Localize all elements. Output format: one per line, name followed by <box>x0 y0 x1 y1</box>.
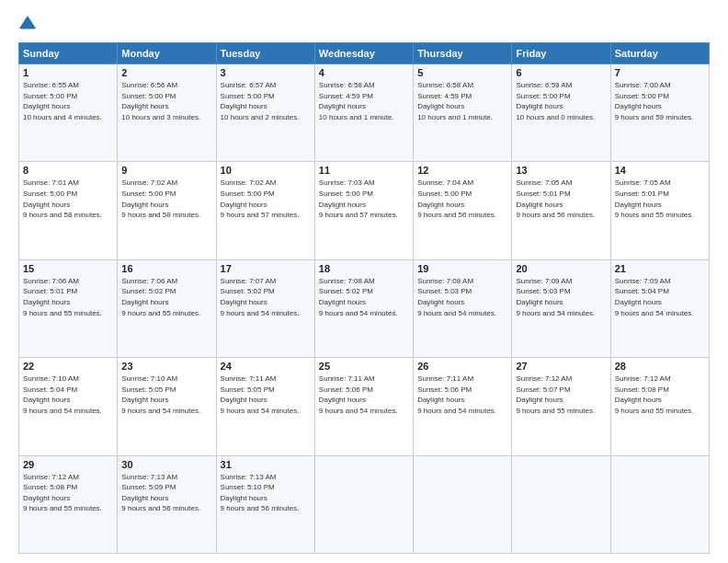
day-cell: 21 Sunrise: 7:09 AMSunset: 5:04 PMDaylig… <box>610 259 709 357</box>
weekday-header-friday: Friday <box>512 43 610 64</box>
day-number: 27 <box>516 361 606 372</box>
day-info: Sunrise: 6:58 AMSunset: 4:59 PMDaylight … <box>417 81 493 121</box>
logo <box>18 15 40 33</box>
day-cell: 30 Sunrise: 7:13 AMSunset: 5:09 PMDaylig… <box>118 455 216 553</box>
day-info: Sunrise: 7:11 AMSunset: 5:05 PMDaylight … <box>221 374 300 415</box>
day-number: 5 <box>417 67 507 78</box>
week-row-5: 29 Sunrise: 7:12 AMSunset: 5:08 PMDaylig… <box>19 455 710 553</box>
day-number: 1 <box>23 67 113 78</box>
day-info: Sunrise: 6:59 AMSunset: 5:00 PMDaylight … <box>516 81 595 121</box>
day-cell: 25 Sunrise: 7:11 AMSunset: 5:06 PMDaylig… <box>314 358 413 455</box>
day-number: 28 <box>615 361 705 372</box>
day-cell <box>610 455 709 553</box>
day-cell: 18 Sunrise: 7:08 AMSunset: 5:02 PMDaylig… <box>314 259 413 357</box>
day-cell: 3 Sunrise: 6:57 AMSunset: 5:00 PMDayligh… <box>216 64 314 162</box>
day-number: 4 <box>319 67 409 78</box>
day-info: Sunrise: 7:09 AMSunset: 5:04 PMDaylight … <box>615 277 694 317</box>
weekday-header-saturday: Saturday <box>610 43 709 64</box>
day-number: 11 <box>319 165 409 176</box>
weekday-header-sunday: Sunday <box>19 43 118 64</box>
day-number: 19 <box>417 263 507 274</box>
week-row-3: 15 Sunrise: 7:06 AMSunset: 5:01 PMDaylig… <box>19 259 710 357</box>
day-info: Sunrise: 7:06 AMSunset: 5:01 PMDaylight … <box>23 277 102 317</box>
day-info: Sunrise: 7:02 AMSunset: 5:00 PMDaylight … <box>221 178 300 219</box>
day-info: Sunrise: 7:02 AMSunset: 5:00 PMDaylight … <box>121 178 200 219</box>
day-cell: 29 Sunrise: 7:12 AMSunset: 5:08 PMDaylig… <box>19 455 118 553</box>
day-cell: 17 Sunrise: 7:07 AMSunset: 5:02 PMDaylig… <box>216 259 314 357</box>
day-number: 26 <box>417 361 507 372</box>
day-cell: 8 Sunrise: 7:01 AMSunset: 5:00 PMDayligh… <box>19 162 118 259</box>
day-number: 9 <box>121 165 211 176</box>
day-info: Sunrise: 7:05 AMSunset: 5:01 PMDaylight … <box>615 178 694 219</box>
day-cell <box>414 455 512 553</box>
day-number: 24 <box>221 361 311 372</box>
page: SundayMondayTuesdayWednesdayThursdayFrid… <box>0 0 728 563</box>
day-number: 20 <box>516 263 606 274</box>
day-number: 16 <box>121 263 211 274</box>
day-number: 21 <box>615 263 705 274</box>
logo-icon <box>18 15 37 33</box>
day-info: Sunrise: 7:05 AMSunset: 5:01 PMDaylight … <box>516 178 595 219</box>
day-number: 31 <box>221 459 311 470</box>
day-info: Sunrise: 7:04 AMSunset: 5:00 PMDaylight … <box>417 178 496 219</box>
day-info: Sunrise: 7:12 AMSunset: 5:07 PMDaylight … <box>516 374 595 415</box>
day-number: 6 <box>516 67 606 78</box>
day-number: 17 <box>221 263 311 274</box>
day-cell: 6 Sunrise: 6:59 AMSunset: 5:00 PMDayligh… <box>512 64 610 162</box>
day-number: 12 <box>417 165 507 176</box>
day-cell: 28 Sunrise: 7:12 AMSunset: 5:08 PMDaylig… <box>610 358 709 455</box>
day-cell: 31 Sunrise: 7:13 AMSunset: 5:10 PMDaylig… <box>216 455 314 553</box>
day-cell: 13 Sunrise: 7:05 AMSunset: 5:01 PMDaylig… <box>512 162 610 259</box>
day-info: Sunrise: 7:07 AMSunset: 5:02 PMDaylight … <box>221 277 300 317</box>
day-info: Sunrise: 7:12 AMSunset: 5:08 PMDaylight … <box>23 473 102 513</box>
day-info: Sunrise: 7:08 AMSunset: 5:02 PMDaylight … <box>319 277 398 317</box>
day-info: Sunrise: 7:11 AMSunset: 5:06 PMDaylight … <box>417 374 496 415</box>
day-info: Sunrise: 6:57 AMSunset: 5:00 PMDaylight … <box>221 81 300 121</box>
day-cell: 7 Sunrise: 7:00 AMSunset: 5:00 PMDayligh… <box>610 64 709 162</box>
day-info: Sunrise: 7:12 AMSunset: 5:08 PMDaylight … <box>615 374 694 415</box>
day-number: 29 <box>23 459 113 470</box>
day-cell <box>314 455 413 553</box>
day-cell <box>512 455 610 553</box>
day-info: Sunrise: 7:09 AMSunset: 5:03 PMDaylight … <box>516 277 595 317</box>
week-row-2: 8 Sunrise: 7:01 AMSunset: 5:00 PMDayligh… <box>19 162 710 259</box>
day-info: Sunrise: 7:08 AMSunset: 5:03 PMDaylight … <box>417 277 496 317</box>
day-info: Sunrise: 6:56 AMSunset: 5:00 PMDaylight … <box>121 81 200 121</box>
week-row-1: 1 Sunrise: 6:55 AMSunset: 5:00 PMDayligh… <box>19 64 710 162</box>
day-info: Sunrise: 7:03 AMSunset: 5:00 PMDaylight … <box>319 178 398 219</box>
day-cell: 5 Sunrise: 6:58 AMSunset: 4:59 PMDayligh… <box>414 64 512 162</box>
day-cell: 23 Sunrise: 7:10 AMSunset: 5:05 PMDaylig… <box>118 358 216 455</box>
day-cell: 16 Sunrise: 7:06 AMSunset: 5:02 PMDaylig… <box>118 259 216 357</box>
day-cell: 24 Sunrise: 7:11 AMSunset: 5:05 PMDaylig… <box>216 358 314 455</box>
day-cell: 15 Sunrise: 7:06 AMSunset: 5:01 PMDaylig… <box>19 259 118 357</box>
day-cell: 26 Sunrise: 7:11 AMSunset: 5:06 PMDaylig… <box>414 358 512 455</box>
day-number: 25 <box>319 361 409 372</box>
day-number: 2 <box>121 67 211 78</box>
day-cell: 12 Sunrise: 7:04 AMSunset: 5:00 PMDaylig… <box>414 162 512 259</box>
day-cell: 10 Sunrise: 7:02 AMSunset: 5:00 PMDaylig… <box>216 162 314 259</box>
day-number: 10 <box>221 165 311 176</box>
day-info: Sunrise: 7:13 AMSunset: 5:09 PMDaylight … <box>121 473 200 513</box>
day-cell: 14 Sunrise: 7:05 AMSunset: 5:01 PMDaylig… <box>610 162 709 259</box>
day-number: 18 <box>319 263 409 274</box>
weekday-header-monday: Monday <box>118 43 216 64</box>
day-number: 30 <box>121 459 211 470</box>
day-info: Sunrise: 7:10 AMSunset: 5:04 PMDaylight … <box>23 374 102 415</box>
day-cell: 20 Sunrise: 7:09 AMSunset: 5:03 PMDaylig… <box>512 259 610 357</box>
day-info: Sunrise: 6:55 AMSunset: 5:00 PMDaylight … <box>23 81 102 121</box>
calendar-body: 1 Sunrise: 6:55 AMSunset: 5:00 PMDayligh… <box>19 64 710 554</box>
week-row-4: 22 Sunrise: 7:10 AMSunset: 5:04 PMDaylig… <box>19 358 710 455</box>
day-info: Sunrise: 6:58 AMSunset: 4:59 PMDaylight … <box>319 81 394 121</box>
day-cell: 22 Sunrise: 7:10 AMSunset: 5:04 PMDaylig… <box>19 358 118 455</box>
day-info: Sunrise: 7:10 AMSunset: 5:05 PMDaylight … <box>121 374 200 415</box>
calendar-table: SundayMondayTuesdayWednesdayThursdayFrid… <box>18 42 710 554</box>
day-info: Sunrise: 7:00 AMSunset: 5:00 PMDaylight … <box>615 81 694 121</box>
day-number: 23 <box>121 361 211 372</box>
day-number: 14 <box>615 165 705 176</box>
day-cell: 2 Sunrise: 6:56 AMSunset: 5:00 PMDayligh… <box>118 64 216 162</box>
day-info: Sunrise: 7:06 AMSunset: 5:02 PMDaylight … <box>121 277 200 317</box>
day-cell: 4 Sunrise: 6:58 AMSunset: 4:59 PMDayligh… <box>314 64 413 162</box>
day-cell: 27 Sunrise: 7:12 AMSunset: 5:07 PMDaylig… <box>512 358 610 455</box>
weekday-header-wednesday: Wednesday <box>314 43 413 64</box>
weekday-header-row: SundayMondayTuesdayWednesdayThursdayFrid… <box>19 43 710 64</box>
